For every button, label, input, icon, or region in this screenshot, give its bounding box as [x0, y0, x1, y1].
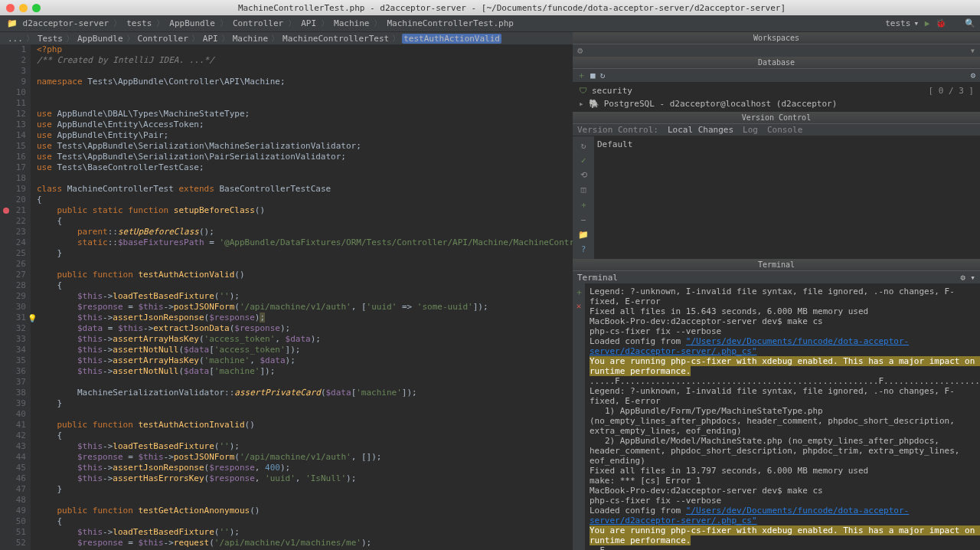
database-header: Database	[573, 57, 980, 69]
search-icon[interactable]: 🔍	[965, 18, 975, 28]
shelve-icon[interactable]: 📁	[578, 230, 589, 240]
run-controls: tests ▾ ▶ 🐞 🔍	[885, 18, 975, 29]
remove-icon[interactable]: −	[581, 215, 586, 225]
commit-icon[interactable]: ✓	[581, 156, 586, 165]
close-window-icon[interactable]	[6, 4, 15, 12]
vc-tabs[interactable]: Version Control:Local ChangesLogConsole	[573, 124, 980, 136]
debug-icon[interactable]: 🐞	[936, 18, 946, 28]
security-count: [ 0 / 3 ]	[928, 86, 974, 96]
vc-tab[interactable]: Console	[767, 125, 802, 135]
editor-breadcrumb[interactable]: ...〉Tests〉AppBundle〉Controller〉API〉Machi…	[0, 32, 573, 44]
vc-header: Version Control	[573, 112, 980, 124]
vc-default-changelist[interactable]: Default	[597, 139, 977, 149]
breadcrumb[interactable]: 📁 d2acceptor-server〉tests〉AppBundle〉Cont…	[5, 18, 516, 29]
revert-icon[interactable]: ⟲	[580, 170, 587, 180]
vc-tab[interactable]: Local Changes	[668, 125, 733, 135]
vc-tab[interactable]: Log	[743, 125, 758, 135]
code-editor[interactable]: <?php/** Created by IntelliJ IDEA. ...*/…	[31, 44, 573, 550]
add-terminal-icon[interactable]: ＋	[575, 286, 583, 298]
terminal-tab[interactable]: Terminal	[577, 273, 618, 283]
settings-icon[interactable]: ⚙	[577, 45, 583, 56]
vc-toolbar: ↻ ✓ ⟲ ◫ ＋ − 📁 ?	[573, 136, 594, 259]
window-title-bar: MachineControllerTest.php - d2acceptor-s…	[0, 0, 980, 15]
terminal-header: Terminal	[573, 259, 980, 271]
zoom-window-icon[interactable]	[32, 4, 41, 12]
database-icon: 🐘	[589, 99, 599, 109]
minimize-window-icon[interactable]	[19, 4, 28, 12]
add-icon[interactable]: ＋	[577, 70, 586, 81]
run-config-select[interactable]: tests	[885, 18, 910, 28]
security-label: security	[592, 86, 632, 96]
gutter[interactable]: 1239101112131415161718192021222324252627…	[0, 44, 31, 550]
add-icon[interactable]: ＋	[580, 199, 588, 211]
stop-icon[interactable]: ■	[590, 70, 596, 80]
run-icon[interactable]: ▶	[922, 18, 933, 29]
workspaces-header: Workspaces	[573, 32, 980, 44]
vc-tab[interactable]: Version Control:	[577, 125, 658, 135]
close-terminal-icon[interactable]: ✕	[577, 301, 582, 311]
refresh-icon[interactable]: ↻	[600, 70, 606, 80]
security-row[interactable]: 🛡 security [ 0 / 3 ]	[577, 84, 975, 97]
terminal-output[interactable]: Legend: ?-unknown, I-invalid file syntax…	[585, 283, 980, 550]
window-title: MachineControllerTest.php - d2acceptor-s…	[50, 3, 974, 13]
refresh-icon[interactable]: ↻	[581, 141, 586, 151]
main-toolbar: 📁 d2acceptor-server〉tests〉AppBundle〉Cont…	[0, 15, 980, 32]
shield-icon: 🛡	[579, 86, 587, 96]
help-icon[interactable]: ?	[581, 244, 586, 254]
diff-icon[interactable]: ◫	[581, 185, 586, 195]
db-connection-row[interactable]: ▸ 🐘 PostgreSQL - d2acceptor@localhost (d…	[577, 97, 975, 110]
settings-icon[interactable]: ⚙ ▾	[960, 273, 975, 283]
settings-icon[interactable]: ⚙	[970, 70, 975, 80]
database-toolbar: ＋ ■ ↻ ⚙	[573, 69, 980, 83]
db-connection-label: PostgreSQL - d2acceptor@localhost (d2acc…	[604, 99, 838, 109]
